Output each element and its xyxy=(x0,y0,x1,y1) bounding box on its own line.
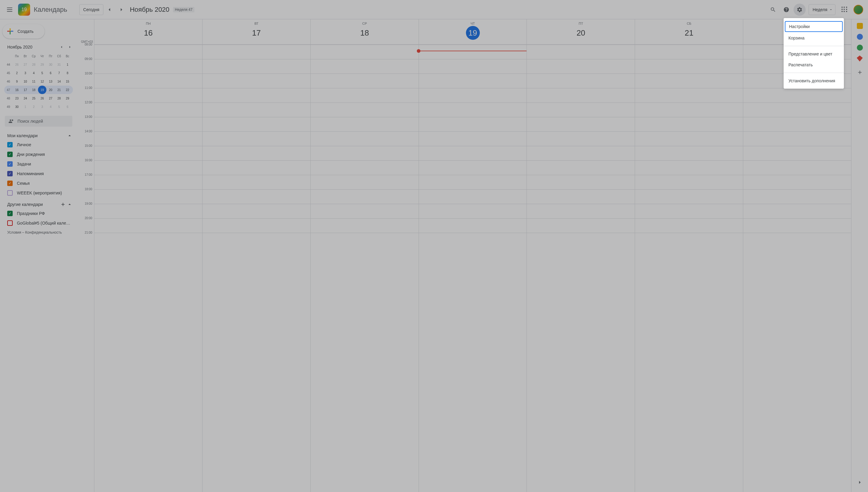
menu-item-addons[interactable]: Установить дополнения xyxy=(784,75,844,86)
menu-item-density[interactable]: Представление и цвет xyxy=(784,49,844,59)
modal-overlay[interactable] xyxy=(0,0,868,492)
menu-item-trash[interactable]: Корзина xyxy=(784,32,844,43)
settings-menu: Настройки Корзина Представление и цвет Р… xyxy=(784,18,844,89)
menu-divider xyxy=(784,73,844,73)
menu-item-settings[interactable]: Настройки xyxy=(785,21,843,32)
menu-item-print[interactable]: Распечатать xyxy=(784,59,844,70)
